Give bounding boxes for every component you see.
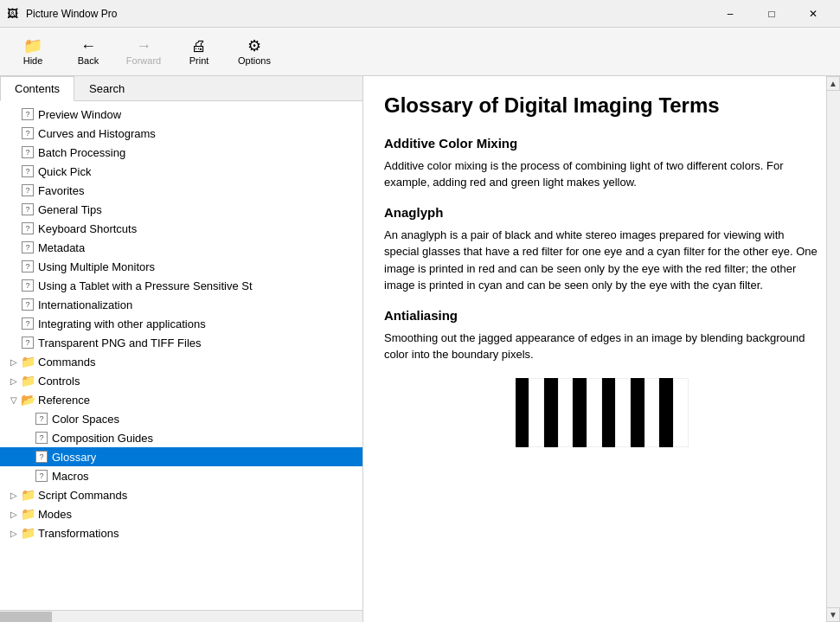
item-type-icon: 📁 [21,355,35,369]
tree-item-keyboard-shortcuts[interactable]: ?Keyboard Shortcuts [0,219,362,238]
expand-icon: ▽ [7,393,21,407]
tree-item-label: Keyboard Shortcuts [38,222,137,235]
tree-item-label: Commands [38,356,95,369]
right-panel: Glossary of Digital Imaging Terms Additi… [363,76,840,622]
window-title: Picture Window Pro [26,8,710,20]
tree-item-label: Controls [38,375,80,388]
tree-item-integrating[interactable]: ?Integrating with other applications [0,314,362,333]
tree-item-label: Transformations [38,527,119,540]
section-heading-1: Anaglyph [384,205,819,220]
horizontal-scrollbar[interactable] [0,610,362,622]
print-label: Print [189,55,209,66]
forward-button[interactable]: → Forward [118,31,170,73]
expand-icon [7,202,21,216]
tree-item-reference[interactable]: ▽📂Reference [0,390,362,409]
tree-item-label: Modes [38,508,72,521]
tree-item-label: Reference [38,394,90,407]
item-type-icon: ? [21,260,35,273]
tree-item-script-commands[interactable]: ▷📁Script Commands [0,485,362,504]
item-type-icon: 📁 [21,507,35,521]
tree-item-general-tips[interactable]: ?General Tips [0,200,362,219]
expand-icon [21,431,35,445]
expand-icon [7,260,21,273]
tree-item-metadata[interactable]: ?Metadata [0,238,362,257]
scroll-up-arrow[interactable]: ▲ [826,76,840,91]
scroll-down-arrow[interactable]: ▼ [826,607,840,622]
tree-item-transparent-png[interactable]: ?Transparent PNG and TIFF Files [0,333,362,352]
expand-icon [7,221,21,235]
tree-item-label: Quick Pick [38,165,91,178]
item-type-icon: ? [35,412,48,426]
item-type-icon: ? [21,336,35,349]
tree-item-favorites[interactable]: ?Favorites [0,181,362,200]
hide-icon: 📁 [23,38,42,54]
item-type-icon: ? [21,202,35,216]
expand-icon: ▷ [7,488,21,502]
tree-item-label: Transparent PNG and TIFF Files [38,337,202,349]
content-title: Glossary of Digital Imaging Terms [384,93,819,119]
toolbar: 📁 Hide ← Back → Forward 🖨 Print ⚙ Option… [0,28,840,76]
section-body-2: Smoothing out the jagged appearance of e… [384,330,819,363]
print-icon: 🖨 [191,38,207,54]
back-icon: ← [80,38,96,54]
tree-item-batch-processing[interactable]: ?Batch Processing [0,143,362,162]
item-type-icon: 📁 [21,374,35,388]
expand-icon [21,450,35,464]
item-type-icon: ? [21,183,35,197]
item-type-icon: ? [35,450,48,464]
expand-icon: ▷ [7,507,21,521]
h-scroll-thumb[interactable] [0,612,52,622]
tree-item-using-multiple-monitors[interactable]: ?Using Multiple Monitors [0,257,362,276]
minimize-button[interactable]: – [710,0,750,28]
item-type-icon: ? [21,298,35,311]
tree-item-glossary[interactable]: ?Glossary [0,447,362,466]
expand-icon: ▷ [7,355,21,369]
tree-item-tablet[interactable]: ?Using a Tablet with a Pressure Sensitiv… [0,276,362,295]
tree-item-preview-window[interactable]: ?Preview Window [0,105,362,124]
forward-icon: → [136,38,151,54]
back-button[interactable]: ← Back [62,31,114,73]
expand-icon [21,469,35,483]
tree-item-label: Using a Tablet with a Pressure Sensitive… [38,279,253,292]
item-type-icon: ? [21,164,35,178]
tree-item-color-spaces[interactable]: ?Color Spaces [0,409,362,428]
options-button[interactable]: ⚙ Options [228,31,280,73]
tree-item-commands[interactable]: ▷📁Commands [0,352,362,371]
expand-icon [7,240,21,254]
title-bar: 🖼 Picture Window Pro – □ ✕ [0,0,840,28]
expand-icon [7,317,21,330]
section-heading-2: Antialiasing [384,308,819,323]
item-type-icon: ? [35,431,48,445]
tree-item-label: Metadata [38,241,85,254]
item-type-icon: ? [21,221,35,235]
hide-label: Hide [23,55,43,66]
item-type-icon: ? [35,469,48,483]
item-type-icon: 📁 [21,488,35,502]
tree-container[interactable]: ?Preview Window?Curves and Histograms?Ba… [0,101,362,610]
back-label: Back [78,55,99,66]
tree-item-curves-histograms[interactable]: ?Curves and Histograms [0,124,362,143]
tree-item-controls[interactable]: ▷📁Controls [0,371,362,390]
close-button[interactable]: ✕ [793,0,833,28]
print-button[interactable]: 🖨 Print [173,31,225,73]
hide-button[interactable]: 📁 Hide [7,31,59,73]
tree-item-macros[interactable]: ?Macros [0,466,362,485]
tree-item-transformations[interactable]: ▷📁Transformations [0,523,362,542]
tree-item-modes[interactable]: ▷📁Modes [0,504,362,523]
section-heading-0: Additive Color Mixing [384,136,819,151]
tree-item-composition-guides[interactable]: ?Composition Guides [0,428,362,447]
tab-contents[interactable]: Contents [0,76,74,101]
main-area: Contents Search ?Preview Window?Curves a… [0,76,840,622]
expand-icon: ▷ [7,374,21,388]
tab-search[interactable]: Search [74,76,139,101]
tree-item-label: Batch Processing [38,146,125,159]
expand-icon: ▷ [7,526,21,540]
tree-item-label: Macros [52,470,89,483]
tree-item-quick-pick[interactable]: ?Quick Pick [0,162,362,181]
expand-icon [7,298,21,311]
expand-icon [21,412,35,426]
tree-item-internationalization[interactable]: ?Internationalization [0,295,362,314]
item-type-icon: ? [21,145,35,159]
maximize-button[interactable]: □ [752,0,792,28]
left-panel: Contents Search ?Preview Window?Curves a… [0,76,363,622]
